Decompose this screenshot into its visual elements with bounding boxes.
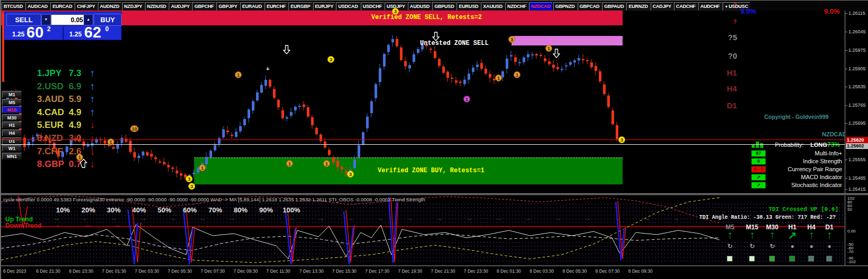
symbol-tab-eurusd[interactable]: EURUSD [456,2,480,11]
strength-row-usd: 2.USD6.9↑ [37,81,95,92]
symbol-tab-audcad[interactable]: AUDCAD [25,2,50,11]
symbol-tab-audchf[interactable]: AUDCHF [698,2,722,11]
time-axis[interactable]: 6 Dec 20236 Dec 21:306 Dec 23:307 Dec 01… [1,266,868,279]
time-axis-label: 6 Dec 23:30 [69,268,93,274]
price-divider [62,26,64,40]
badge-label: Stochastic Indicator [710,182,842,188]
mtf-status-square [749,256,755,262]
tf-m5-label: ?5 [728,33,737,42]
timeframe-button-m30[interactable]: M30 [2,114,22,121]
strength-row-nzd: 6.NZD3.0↓ [37,133,95,144]
timeframe-button-m5[interactable]: M5 [2,99,22,106]
price-tick-dash [845,50,847,51]
symbol-tab-audusd[interactable]: AUDUSD [408,2,432,11]
mtf-arrow-icon: ↑ [805,229,818,241]
tab-scroll-icon: ▼ [725,5,728,8]
symbol-tab-cadchf[interactable]: CADCHF [674,2,698,11]
buy-price-big: 62 [84,25,101,40]
symbol-tab-eurchf[interactable]: EURCHF [264,2,288,11]
price-tick-label: 1.26115 [848,11,865,16]
trend-arrow-icon: → [525,216,532,222]
timeframe-button-m1[interactable]: M1 [2,91,22,98]
symbol-tab-gbpaud[interactable]: GBPAUD [602,2,626,11]
timeframe-button-mn1[interactable]: MN1 [2,153,22,160]
symbol-tab-nzdjpy[interactable]: NZDJPY [122,2,144,11]
timeframe-button-w1[interactable]: W1 [2,145,22,152]
trend-arrow-icon: → [288,216,295,222]
timeframe-button-m15[interactable]: M15 [2,106,22,113]
indicator-header-text: cycle-identifier 0.0000 49.5383 Forexsig… [3,197,425,202]
symbol-tab-eurjpy[interactable]: EURJPY [313,2,336,11]
timeframe-button-h1[interactable]: H1 [2,122,22,128]
trading-platform-window: { "tabs": { "items": ["BTCUSD","AUDCAD",… [0,0,868,279]
order-panel: SELL ▼ ▲ BUY 1.25 60 2 1.25 62 0 [4,12,122,40]
trend-strength-percent: 90% [255,206,277,214]
symbol-tab-nzdcad[interactable]: NZDCAD [529,2,553,11]
strength-row-cad: 4.CAD4.9↑ [37,107,95,118]
trend-arrow-icon: → [347,216,354,222]
badge-label: Indice Strength [710,158,842,164]
mtf-cycle-icon: ↻ [767,243,778,250]
symbol-tab-nzdchf[interactable]: NZDCHF [505,2,528,11]
timeframe-button-h4[interactable]: H4 [2,129,22,136]
indicator-curves-chart [1,196,845,265]
time-axis-label: 7 Dec 07:30 [200,268,225,274]
symbol-tab-gbpchf[interactable]: GBPCHF [192,2,216,11]
volume-input[interactable] [51,14,85,25]
symbol-tab-nzdusd[interactable]: NZDUSD [145,2,168,11]
strength-value: 7.3 [69,68,90,79]
symbol-tab-xauusd[interactable]: XAUUSD [481,2,505,11]
price-tick-dash [845,69,847,69]
symbol-tab-gbpusd[interactable]: GBPUSD [432,2,456,11]
symbol-tab-audjpy[interactable]: AUDJPY [169,2,191,11]
symbol-tab-gbpjpy[interactable]: GBPJPY [216,2,239,11]
ask-price-tag: 1.25620 [846,137,868,143]
signal-marker-orange: 1 [323,160,330,167]
strength-down-arrow-icon: ↓ [90,120,95,130]
timeframe-button-d1[interactable]: D1 [2,137,22,144]
symbol-tab-usdchf[interactable]: USDCHF [361,2,384,11]
price-scale[interactable]: 1.25620 1.25602 1.261151.260451.259751.2… [845,11,868,193]
symbol-tab-gbpcad[interactable]: GBPCAD [578,2,602,11]
price-tick-dash [845,87,847,87]
mtf-status-square [826,256,832,262]
time-axis-label: 7 Dec 05:30 [168,268,192,274]
symbol-tab-audnzd[interactable]: AUDNZD [98,2,122,11]
signal-marker-orange: 1 [495,75,502,81]
price-tick-dash [845,105,847,106]
down-trend-arrow-icon: → [84,222,90,228]
price-tick-label: 1.25415 [848,187,866,192]
symbol-tab-euraud[interactable]: EURAUD [240,2,264,11]
symbol-tab-chfjpy[interactable]: CHFJPY [75,2,97,11]
price-tick-dash [845,32,847,32]
mtf-arrow-icon: ↑ [823,229,836,241]
sell-price-small: 1.25 [12,31,24,38]
ask-price-line [1,140,845,140]
strength-up-arrow-icon: ↑ [90,69,95,78]
symbol-tab-eurcad[interactable]: EURCAD [50,2,74,11]
symbol-tab-cadjpy[interactable]: CADJPY [651,2,673,11]
trend-arrow-icon: → [229,216,235,222]
hollow-down-arrow-icon [553,49,560,58]
symbol-tab-eurgbp[interactable]: EURGBP [288,2,312,11]
symbol-tab-usdcad[interactable]: USDCAD [336,2,360,11]
time-axis-label: 6 Dec 21:30 [36,268,60,274]
time-axis-label: 7 Dec 01:30 [102,268,126,274]
symbol-tab-gbpnzd[interactable]: GBPNZD [553,2,577,11]
strength-row-chf: 7.CHF2.6↓ [37,146,95,157]
symbol-tab-eurnzd[interactable]: EURNZD [626,2,650,11]
trend-arrow-icon: → [317,216,324,222]
mtf-arrow-icon: ↑ [724,229,736,241]
signal-marker-orange: 1 [107,138,114,145]
symbol-tab-btcusd[interactable]: BTCUSD [2,2,25,11]
strength-currency: 6.NZD [37,133,69,144]
time-axis-label: 6 Dec 2023 [3,268,26,274]
strength-row-aud: 3.AUD5.9↑ [37,94,95,105]
time-axis-label: 7 Dec 19:30 [398,268,422,274]
mtf-cycle-icon: ● [824,243,835,250]
time-axis-label: 8 Dec 09:30 [628,268,653,274]
trend-arrow-icon: → [554,216,561,222]
indicator-scale[interactable]: 1028060500.00-50-60-70-90-102 [845,196,868,265]
price-tick-label: 1.25765 [848,103,866,108]
probability-percent: 73% [827,141,840,148]
